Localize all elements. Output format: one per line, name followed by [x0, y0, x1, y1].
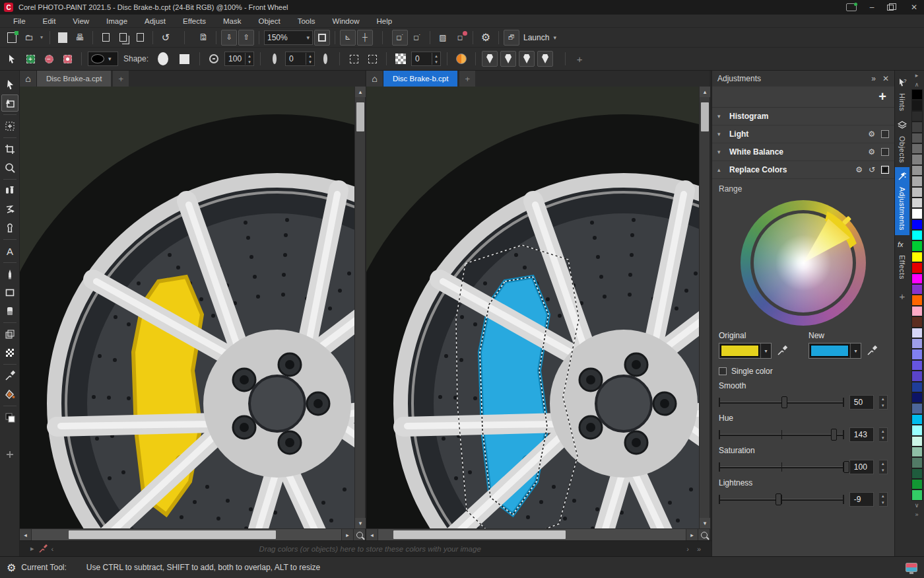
mask-subtractive-mode-icon[interactable]: −	[41, 51, 57, 67]
palette-color-swatch[interactable]	[911, 273, 923, 284]
slider-track[interactable]	[719, 492, 844, 507]
navigator-icon[interactable]	[698, 529, 710, 541]
paint-tool-icon[interactable]	[1, 266, 18, 283]
slider-spinner[interactable]: ▴▾	[879, 427, 888, 442]
undo-icon[interactable]: ↺	[158, 30, 174, 46]
palette-color-swatch[interactable]	[911, 100, 923, 110]
shape-tool-icon[interactable]	[1, 201, 18, 218]
section-chevron-icon[interactable]: ▾	[717, 113, 724, 120]
palette-color-swatch[interactable]	[911, 328, 923, 338]
palette-color-swatch[interactable]	[911, 252, 923, 262]
marquee-visible-icon[interactable]	[364, 51, 380, 67]
original-color-dropdown-icon[interactable]: ▾	[760, 343, 771, 358]
launch-combo[interactable]: Launch▾	[521, 30, 559, 45]
adjustment-section-white-balance[interactable]: ▾White Balance⚙	[712, 143, 894, 161]
import-icon[interactable]: ⇩	[221, 30, 237, 46]
section-chevron-icon[interactable]: ▾	[717, 131, 724, 137]
slider-spinner[interactable]: ▴▾	[879, 395, 888, 410]
section-chevron-icon[interactable]: ▾	[717, 149, 724, 155]
menu-item[interactable]: File	[5, 16, 34, 26]
slider-spinner[interactable]: ▴▾	[879, 460, 888, 474]
palette-color-swatch[interactable]	[911, 316, 923, 327]
adjustment-section-light[interactable]: ▾Light⚙	[712, 126, 894, 143]
palette-color-swatch[interactable]	[911, 230, 923, 240]
slider-value[interactable]: 143	[849, 427, 874, 442]
slider-value[interactable]: 100	[849, 460, 874, 474]
copy-icon[interactable]	[115, 30, 131, 46]
mask-additive-mode-icon[interactable]: +	[22, 51, 38, 67]
original-color-picker[interactable]: ▾	[719, 343, 772, 359]
close-panel-icon[interactable]: ✕	[882, 74, 889, 83]
palette-flyout-icon[interactable]: ▸	[915, 71, 919, 80]
paint-mode-icon[interactable]	[500, 51, 516, 67]
paint-on-mask-icon[interactable]	[482, 51, 498, 67]
new-tab-button[interactable]: +	[113, 71, 129, 87]
publish-icon[interactable]: 🖺	[195, 30, 211, 46]
new-document-icon[interactable]	[4, 30, 20, 46]
slider-track[interactable]	[719, 460, 844, 474]
palette-color-swatch[interactable]	[911, 133, 923, 143]
section-gear-icon[interactable]: ⚙	[868, 129, 875, 139]
add-tool-icon[interactable]	[1, 446, 18, 463]
palette-color-swatch[interactable]	[911, 447, 923, 457]
palette-flyout-arrow[interactable]: ▸	[30, 544, 34, 553]
restore-button[interactable]	[887, 5, 899, 11]
palette-color-swatch[interactable]	[911, 382, 923, 392]
section-gear-icon[interactable]: ⚙	[855, 165, 863, 174]
color-proof-icon[interactable]	[906, 563, 917, 572]
account-icon[interactable]	[846, 3, 857, 11]
section-reset-icon[interactable]: ↺	[869, 165, 875, 174]
vscrollbar-b[interactable]: ▴ ▾	[699, 87, 710, 528]
canvas-b[interactable]	[366, 87, 699, 528]
section-enable-checkbox[interactable]	[881, 148, 889, 156]
new-eyedropper-icon[interactable]	[867, 345, 877, 356]
text-tool-icon[interactable]: A	[1, 242, 18, 260]
invert-mask-icon[interactable]: ▨	[435, 30, 451, 46]
palette-color-swatch[interactable]	[911, 479, 923, 489]
palette-color-swatch[interactable]	[911, 489, 923, 500]
palette-color-swatch[interactable]	[911, 360, 923, 371]
threshold-icon[interactable]	[393, 51, 409, 67]
threshold-spinner[interactable]: 0 ▴▾	[411, 52, 441, 66]
hscrollbar-b[interactable]	[378, 529, 686, 540]
transparency-tool-icon[interactable]	[1, 344, 18, 361]
print-icon[interactable]: 🖶	[72, 30, 88, 46]
pick-tool-icon[interactable]	[1, 76, 18, 93]
object-transparency-tool-icon[interactable]	[1, 326, 18, 343]
document-tab-b[interactable]: Disc Brake-b.cpt	[383, 71, 458, 87]
palette-color-swatch[interactable]	[911, 403, 923, 414]
rectangle-tool-icon[interactable]	[1, 284, 18, 301]
palette-scroll-left[interactable]: ‹	[51, 545, 54, 553]
palette-color-swatch[interactable]	[911, 338, 923, 349]
menu-item[interactable]: Adjust	[137, 16, 174, 26]
menu-item[interactable]: Image	[98, 16, 135, 26]
hscroll-left-arrow[interactable]: ◂	[20, 529, 32, 541]
open-dropdown-icon[interactable]: ▾	[38, 30, 45, 46]
slider-value[interactable]: 50	[849, 395, 874, 410]
hscrollbar-a[interactable]	[32, 529, 341, 540]
menu-item[interactable]: Edit	[35, 16, 64, 26]
hscroll-right-arrow[interactable]: ▸	[686, 529, 698, 541]
mask-transform-tool-icon[interactable]	[1, 94, 18, 112]
slider-value[interactable]: -9	[849, 492, 874, 507]
palette-color-swatch[interactable]	[911, 165, 923, 176]
palette-scroll-up-icon[interactable]: ∧	[915, 80, 919, 89]
original-color-swatch[interactable]	[721, 345, 759, 357]
effect-tool-icon[interactable]	[1, 219, 18, 236]
palette-more[interactable]: »	[697, 545, 701, 553]
palette-color-swatch[interactable]	[911, 240, 923, 251]
palette-color-swatch[interactable]	[911, 198, 923, 208]
palette-color-swatch[interactable]	[911, 262, 923, 273]
adjustment-section-replace-colors[interactable]: ▴Replace Colors⚙↺	[712, 161, 894, 179]
feather-icon[interactable]	[267, 51, 282, 67]
stroke-mask-icon[interactable]	[453, 51, 469, 67]
eyedropper-icon[interactable]	[38, 544, 48, 554]
palette-options-icon[interactable]: »	[915, 510, 918, 519]
section-gear-icon[interactable]: ⚙	[868, 147, 875, 157]
document-tab-a[interactable]: Disc Brake-a.cpt	[37, 71, 112, 87]
close-button[interactable]: ✕	[908, 3, 920, 12]
menu-item[interactable]: View	[65, 16, 97, 26]
hscroll-right-arrow[interactable]: ▸	[341, 529, 353, 541]
palette-color-swatch[interactable]	[911, 295, 923, 305]
palette-color-swatch[interactable]	[911, 284, 923, 295]
